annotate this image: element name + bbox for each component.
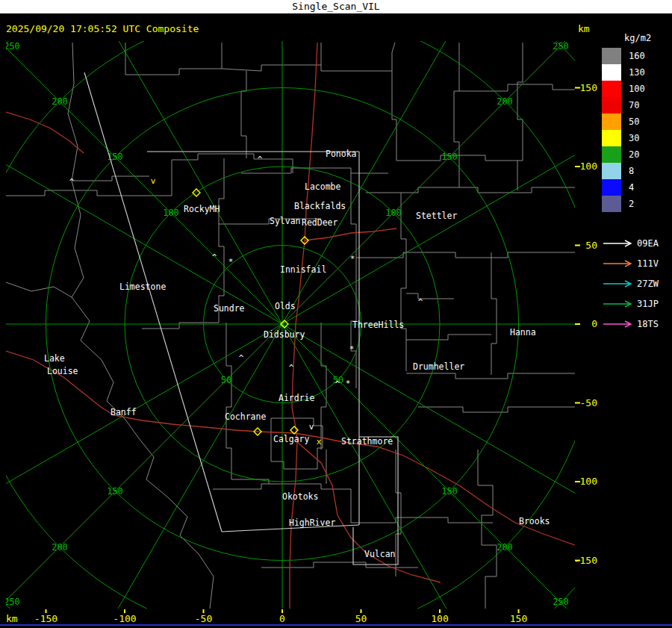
station-id: 111V [637, 258, 659, 269]
range-label: 200 [52, 542, 68, 553]
legend-entry: 70 [602, 97, 672, 114]
range-label: 100 [163, 208, 179, 218]
station-entry: 09EA [602, 233, 672, 253]
city-label-lacombe: Lacombe [305, 181, 341, 192]
radar-app-window: Single_Scan_VIL 2025/09/20 17:05:52 UTC … [0, 0, 672, 628]
city-label-blackfalds: Blackfalds [294, 201, 346, 211]
range-label: 100 [385, 208, 402, 218]
radar-map[interactable]: 1001502002501001502002505015020025050150… [0, 0, 597, 628]
storm-marker-icon: ^ [239, 353, 244, 363]
storm-marker-icon: ^ [335, 379, 340, 389]
city-label-hanna: Hanna [510, 327, 536, 338]
county-boundary [366, 187, 575, 193]
right-axis-value: -100 [574, 476, 597, 487]
legend-value: 2 [629, 199, 634, 209]
range-label: 200 [52, 96, 68, 107]
bottom-axis-unit: km [6, 613, 18, 624]
legend-value: 4 [629, 182, 634, 193]
legend-units-label: kg/m2 [624, 33, 672, 43]
highway-line [6, 351, 575, 545]
legend-value: 20 [629, 149, 639, 160]
legend-color-swatch [602, 81, 621, 97]
legend-color-swatch [602, 146, 621, 163]
legend-entry: 30 [602, 130, 672, 146]
county-boundary [125, 43, 222, 75]
station-arrow-icon [602, 320, 633, 329]
right-axis-value: -150 [574, 555, 597, 566]
right-axis-value: 0 [591, 318, 597, 329]
station-entry: 27ZW [602, 273, 672, 293]
storm-marker-icon: v [151, 176, 156, 186]
storm-marker-icon: x [317, 437, 322, 447]
color-scale: 16013010070503020842 [602, 48, 672, 212]
station-arrow-icon [602, 279, 633, 288]
bottom-border [0, 624, 672, 626]
legend-color-swatch [602, 114, 621, 130]
legend-entry: 130 [602, 64, 672, 81]
map-layers: 1001502002501001502002505015020025050150… [0, 0, 597, 628]
right-axis-value: 150 [580, 82, 597, 93]
legend-color-swatch [602, 64, 621, 81]
legend-value: 30 [629, 133, 639, 143]
city-label-limestone: Limestone [119, 282, 166, 292]
city-label-calgary: Calgary [273, 434, 310, 444]
city-label-olds: Olds [275, 301, 296, 311]
storm-marker-icon: ^ [212, 252, 217, 262]
azimuth-spoke [0, 0, 597, 628]
legend-color-swatch [602, 196, 621, 212]
county-boundary [406, 335, 491, 340]
right-axis-value: 50 [585, 240, 597, 251]
county-boundary [406, 293, 454, 299]
legend-value: 130 [629, 67, 645, 78]
storm-marker-icon: ^ [69, 177, 75, 187]
city-label-drumheller: Drumheller [413, 361, 464, 372]
storm-marker-icon: v [309, 422, 314, 432]
city-label-louise: Louise [47, 366, 78, 376]
azimuth-spoke [0, 0, 597, 628]
legend-entry: 20 [602, 146, 672, 163]
storm-marker-icon: * [350, 254, 355, 264]
legend-value: 70 [629, 100, 639, 111]
azimuth-spoke [0, 0, 597, 628]
city-label-highriver: HighRiver [289, 517, 335, 528]
range-ring [0, 0, 597, 628]
city-label-sylvan: Sylvan [270, 216, 301, 226]
city-label-sundre: Sundre [214, 303, 245, 314]
county-boundary [454, 43, 459, 187]
range-label: 250 [553, 597, 569, 607]
city-label-okotoks: Okotoks [282, 491, 318, 502]
county-boundary [351, 517, 493, 523]
county-boundary [517, 43, 523, 190]
bottom-axis-value: 150 [510, 613, 527, 624]
city-label-threehills: ThreeHills [352, 320, 404, 330]
storm-marker-icon: * [349, 344, 355, 354]
station-id: 18TS [637, 319, 659, 329]
city-label-stettler: Stettler [416, 211, 457, 221]
legend-value: 8 [629, 166, 634, 176]
legend-entry: 4 [602, 179, 672, 196]
county-boundary [231, 479, 269, 484]
highway-line [305, 228, 396, 240]
county-boundary [6, 190, 148, 196]
county-boundary [72, 297, 214, 609]
coverage-outline [353, 437, 398, 565]
county-boundary [172, 154, 293, 160]
range-label: 150 [107, 486, 123, 497]
bottom-axis-value: 50 [355, 613, 367, 624]
storm-marker-icon: ^ [289, 363, 294, 373]
county-boundary [6, 282, 72, 297]
right-axis-value: -50 [580, 397, 597, 408]
legend-color-swatch [602, 130, 621, 146]
county-boundary [356, 252, 575, 258]
station-arrow-icon [602, 259, 633, 268]
station-entry: 31JP [602, 293, 672, 314]
county-boundary [142, 323, 219, 329]
station-entry: 111V [602, 253, 672, 273]
legend-value: 100 [629, 84, 645, 94]
county-boundary [68, 43, 84, 297]
bottom-axis-value: 100 [431, 613, 448, 624]
legend-entry: 50 [602, 114, 672, 130]
range-label: 250 [4, 41, 20, 52]
city-label-rockymh: RockyMH [184, 204, 220, 214]
legend-panel: kg/m2 16013010070503020842 09EA111V27ZW3… [602, 33, 672, 334]
